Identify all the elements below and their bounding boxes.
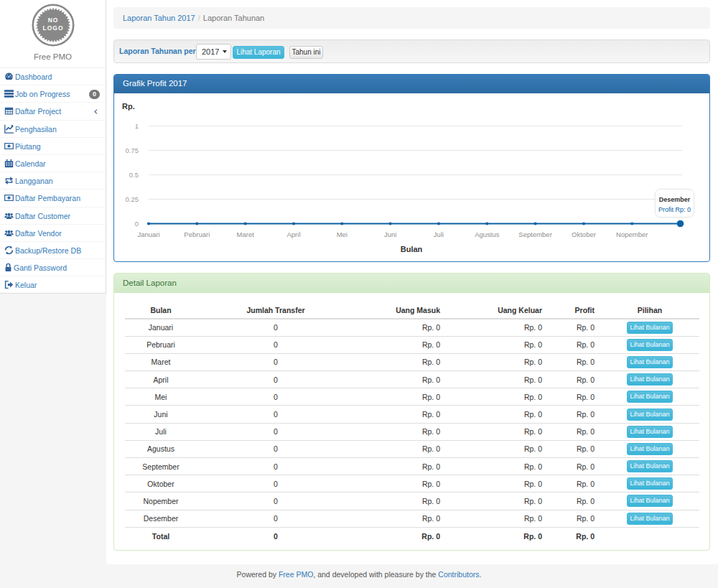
svg-text:Rp.: Rp. [122,102,135,111]
svg-text:NO: NO [47,17,58,24]
svg-text:Juni: Juni [384,230,396,238]
svg-text:April: April [286,230,300,238]
svg-text:0.25: 0.25 [126,195,139,203]
svg-text:1: 1 [135,122,139,130]
svg-text:Pebruari: Pebruari [184,230,210,238]
svg-text:Oktober: Oktober [572,230,596,238]
svg-text:Mei: Mei [337,230,348,238]
svg-text:Nopember: Nopember [616,230,648,238]
svg-text:LOGO: LOGO [42,24,63,32]
svg-text:0.5: 0.5 [129,171,139,179]
svg-text:Bulan: Bulan [401,245,423,253]
svg-text:0: 0 [135,220,139,228]
svg-text:Agustus: Agustus [475,230,500,238]
svg-text:Maret: Maret [237,230,255,238]
svg-text:Juli: Juli [434,230,444,238]
svg-text:Januari: Januari [137,230,159,238]
svg-text:September: September [518,230,551,238]
svg-text:0.75: 0.75 [126,146,139,154]
